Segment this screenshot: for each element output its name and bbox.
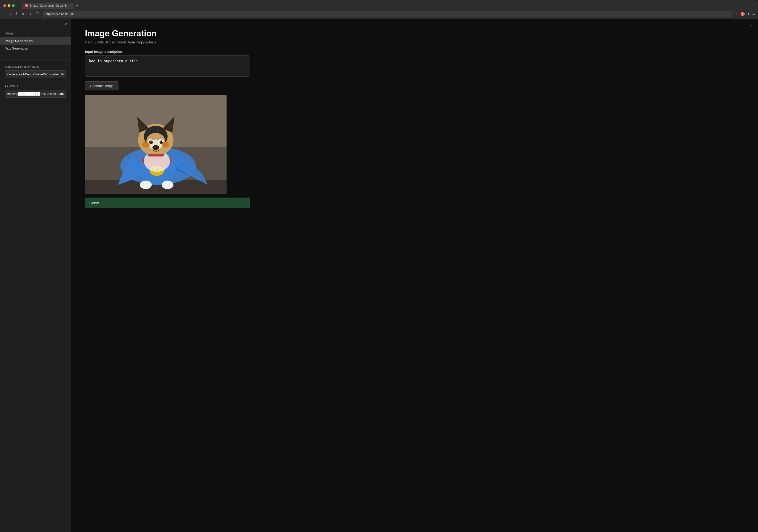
share-icon[interactable]: ⬆ bbox=[747, 12, 750, 16]
loop-button[interactable]: ∞ bbox=[20, 11, 25, 17]
svg-point-19 bbox=[162, 141, 163, 142]
bookmark-button[interactable]: ⤴ bbox=[15, 11, 18, 17]
tab-title: Image_Generation · Streamlit bbox=[30, 4, 67, 7]
app-wrapper: × Home Image Generation Text Generation … bbox=[0, 18, 758, 532]
profile-icon[interactable]: ! bbox=[741, 12, 745, 16]
reload-button[interactable]: ↺ bbox=[27, 11, 32, 17]
tab-close-button[interactable]: × bbox=[69, 4, 71, 7]
more-icon[interactable]: ≡ bbox=[753, 12, 755, 16]
svg-point-21 bbox=[154, 146, 158, 149]
endpoint-input[interactable] bbox=[5, 70, 66, 78]
api-url-input[interactable] bbox=[5, 90, 66, 98]
dog-svg: S bbox=[85, 95, 226, 194]
image-description-input[interactable]: Dog in superhero outfit bbox=[85, 55, 250, 77]
sidebar-api-url-section: API GW Url: bbox=[0, 82, 71, 101]
sidebar: × Home Image Generation Text Generation … bbox=[0, 19, 71, 532]
traffic-lights bbox=[3, 4, 15, 7]
done-banner: Done! bbox=[85, 197, 250, 208]
close-traffic-light[interactable] bbox=[3, 4, 6, 7]
forward-button[interactable]: › bbox=[9, 11, 12, 17]
shield-button[interactable]: 🛡 bbox=[35, 11, 40, 17]
page-subtitle: Using Stable Diffusion model from Huggin… bbox=[85, 40, 744, 44]
new-tab-button[interactable]: + bbox=[74, 3, 81, 8]
address-bar[interactable] bbox=[43, 11, 733, 17]
sidebar-endpoint-section: SageMaker Endpoint Name: bbox=[0, 62, 71, 82]
svg-point-22 bbox=[142, 142, 150, 148]
tab-bar: ▶ Image_Generation · Streamlit × + ⌄ bbox=[18, 3, 755, 9]
active-tab[interactable]: ▶ Image_Generation · Streamlit × bbox=[22, 3, 74, 9]
endpoint-label: SageMaker Endpoint Name: bbox=[5, 65, 66, 68]
tab-favicon: ▶ bbox=[25, 4, 28, 7]
sidebar-divider bbox=[0, 59, 71, 59]
svg-point-25 bbox=[162, 181, 173, 189]
star-icon[interactable]: ☆ bbox=[735, 12, 738, 16]
generated-image-container: S bbox=[85, 95, 250, 194]
sidebar-nav: Home Image Generation Text Generation bbox=[0, 22, 71, 57]
svg-rect-26 bbox=[148, 154, 164, 157]
minimize-traffic-light[interactable] bbox=[8, 4, 10, 7]
generated-image: S bbox=[85, 95, 226, 194]
input-label: Input Image description: bbox=[85, 50, 744, 53]
title-bar: ▶ Image_Generation · Streamlit × + ⌄ bbox=[0, 0, 758, 9]
sidebar-close-button[interactable]: × bbox=[65, 21, 67, 26]
page-title: Image Generation bbox=[85, 28, 744, 39]
maximize-traffic-light[interactable] bbox=[12, 4, 15, 7]
navigation-bar: ‹ › ⤴ ∞ ↺ 🛡 ☆ ! ⬆ ≡ bbox=[0, 9, 758, 18]
sidebar-item-text-generation[interactable]: Text Generation bbox=[0, 45, 71, 52]
api-url-label: API GW Url: bbox=[5, 85, 66, 88]
nav-actions: ☆ ! ⬆ ≡ bbox=[735, 12, 755, 16]
menu-icon[interactable]: ≡ bbox=[749, 23, 752, 29]
browser-chrome: ▶ Image_Generation · Streamlit × + ⌄ ‹ ›… bbox=[0, 0, 758, 18]
svg-point-23 bbox=[162, 142, 169, 148]
back-button[interactable]: ‹ bbox=[3, 11, 6, 17]
main-content: ≡ Image Generation Using Stable Diffusio… bbox=[71, 19, 758, 532]
svg-point-24 bbox=[140, 181, 152, 189]
sidebar-item-image-generation[interactable]: Image Generation bbox=[0, 37, 71, 45]
tab-collapse-icon[interactable]: ⌄ bbox=[746, 4, 751, 8]
sidebar-item-home[interactable]: Home bbox=[0, 29, 71, 37]
generate-button[interactable]: Generate image bbox=[85, 82, 119, 90]
svg-point-18 bbox=[152, 141, 153, 142]
